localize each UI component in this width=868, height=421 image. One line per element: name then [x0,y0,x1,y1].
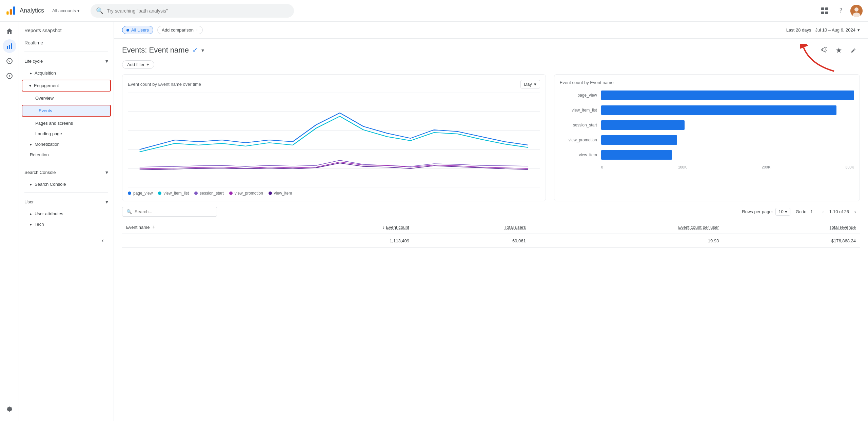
sidebar-item-landing-page[interactable]: Landing page [19,128,114,139]
sidebar-item-pages-screens[interactable]: Pages and screens [19,118,114,128]
search-bar[interactable]: 🔍 [91,4,294,18]
nav-advertising-button[interactable] [3,69,16,83]
svg-rect-4 [825,7,828,10]
legend-page-view[interactable]: page_view [128,191,153,196]
bar-chart-area: page_view view_item_list ses [560,91,854,169]
monetization-expand-icon: ▸ [30,142,32,147]
total-event-count-per-user-cell: 19.93 [530,234,723,248]
line-chart-header: Event count by Event name over time Day … [128,80,540,88]
title-dropdown-icon[interactable]: ▾ [201,47,204,54]
bar-track-view-item [601,150,854,160]
legend-view-promotion[interactable]: view_promotion [229,191,263,196]
sidebar-item-realtime[interactable]: Realtime [19,37,114,49]
bar-row-view-item: view_item [560,150,854,160]
apps-grid-button[interactable] [818,4,831,18]
bar-label-view-promotion: view_promotion [560,138,597,142]
sidebar-group-lifecycle[interactable]: Life cycle ▾ [19,55,114,68]
svg-rect-12 [11,43,12,49]
bar-label-page-view: page_view [560,93,597,98]
sidebar-item-events[interactable]: Events [22,105,110,116]
sidebar-item-retention[interactable]: Retention [19,149,114,160]
col-total-users[interactable]: Total users [413,221,530,234]
sidebar-item-overview[interactable]: Overview [19,93,114,103]
period-selector[interactable]: Day ▾ [520,80,540,88]
share-button[interactable] [818,44,830,56]
sidebar-section-lifecycle: Life cycle ▾ ▸ Acquisition ▾ Engagement … [19,55,114,160]
edit-button[interactable] [848,44,860,56]
app-logo[interactable]: Analytics [5,5,44,16]
rows-per-page: Rows per page: 10 ▾ [742,208,790,216]
col-event-count-per-user[interactable]: Event count per user [530,221,723,234]
sidebar-item-user-attributes[interactable]: ▸ User attributes [19,208,114,219]
date-range-label: Last 28 days [786,27,811,33]
sidebar: Reports snapshot Realtime Life cycle ▾ ▸… [19,22,114,421]
table-search-container[interactable]: 🔍 [122,207,217,217]
acquisition-expand-icon: ▸ [30,71,32,76]
col-event-count[interactable]: ↓ Event count [275,221,413,234]
svg-rect-11 [9,45,10,49]
all-users-badge[interactable]: All Users [122,26,153,34]
sidebar-group-search-console[interactable]: Search Console ▾ [19,166,114,179]
add-comparison-button[interactable]: Add comparison + [157,26,203,34]
sidebar-divider-2 [24,163,108,163]
bar-fill-view-promotion [601,135,677,145]
legend-session-start[interactable]: session_start [194,191,224,196]
nav-explore-button[interactable] [3,54,16,68]
svg-rect-3 [821,7,824,10]
legend-dot-page-view [128,192,131,195]
collapse-sidebar-button[interactable]: ‹ [97,235,108,246]
sidebar-item-reports-snapshot[interactable]: Reports snapshot [19,24,114,37]
bar-label-view-item-list: view_item_list [560,108,597,113]
rows-per-page-value: 10 [778,209,783,214]
add-filter-button[interactable]: Add filter + [122,60,154,69]
bar-fill-view-item [601,150,672,160]
prev-page-button[interactable]: ‹ [818,207,828,217]
sidebar-section-search-console: Search Console ▾ ▸ Search Console [19,166,114,189]
nav-settings-button[interactable] [3,402,16,416]
sidebar-item-acquisition[interactable]: ▸ Acquisition [19,68,114,78]
account-selector[interactable]: All accounts ▾ [50,7,82,15]
legend-dot-session-start [194,192,198,195]
total-revenue-cell: $176,868.24 [723,234,860,248]
next-page-button[interactable]: › [850,207,860,217]
bar-chart-container: Event count by Event name page_view view… [554,74,860,201]
sidebar-group-user[interactable]: User ▾ [19,195,114,208]
customize-button[interactable] [833,44,845,56]
advertising-icon [6,73,13,79]
col-total-revenue[interactable]: Total revenue [723,221,860,234]
legend-dot-view-item-list [158,192,161,195]
rows-per-page-select[interactable]: 10 ▾ [775,208,790,216]
user-badge-dot [126,29,129,32]
svg-rect-0 [6,11,8,15]
user-collapse-icon: ▾ [105,199,108,205]
legend-view-item-list[interactable]: view_item_list [158,191,189,196]
all-users-label: All Users [131,27,149,33]
sidebar-item-search-console[interactable]: ▸ Search Console [19,179,114,189]
nav-reports-button[interactable] [3,39,16,53]
tech-expand-icon: ▸ [30,222,32,227]
period-label: Day [524,82,532,87]
date-range-chevron-icon: ▾ [857,27,860,33]
add-comparison-plus-icon: + [196,27,198,33]
page-navigation: ‹ 1-10 of 26 › [818,207,860,217]
date-range-selector[interactable]: Last 28 days Jul 10 – Aug 6, 2024 ▾ [786,27,860,33]
bar-track-view-promotion [601,135,854,145]
add-column-button[interactable]: + [151,224,157,230]
page-info: 1-10 of 26 [829,209,849,214]
table-search-input[interactable] [135,209,213,214]
search-input[interactable] [107,8,289,14]
sidebar-item-tech[interactable]: ▸ Tech [19,219,114,229]
svg-rect-10 [7,46,8,49]
legend-view-item[interactable]: view_item [269,191,292,196]
user-avatar[interactable] [850,5,863,17]
table-search-row: 🔍 Rows per page: 10 ▾ Go to: 1 [122,207,860,217]
col-event-name[interactable]: Event name + [122,221,275,234]
sidebar-item-engagement[interactable]: ▾ Engagement [22,80,110,91]
page-title: Events: Event name ✓ ▾ [122,46,204,55]
help-button[interactable]: ? [834,4,848,18]
line-chart-area: 25K 20K 15K 10K 5K 0 [128,93,540,187]
svg-rect-6 [825,12,828,14]
pagination-row: Rows per page: 10 ▾ Go to: 1 ‹ 1-10 of 2… [742,207,860,217]
sidebar-item-monetization[interactable]: ▸ Monetization [19,139,114,149]
nav-home-button[interactable] [3,24,16,38]
